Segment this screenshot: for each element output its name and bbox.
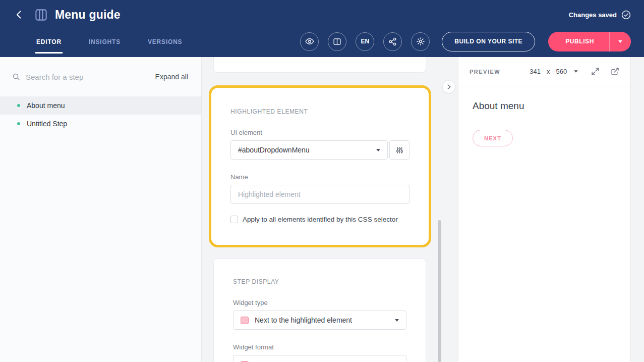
element-selector-settings-button[interactable] xyxy=(389,140,409,160)
language-button[interactable]: EN xyxy=(356,32,374,51)
eye-icon xyxy=(305,37,314,46)
preview-panel: PREVIEW 341 x 560 About menu NEXT xyxy=(458,57,631,362)
chevron-down-icon xyxy=(618,40,622,43)
changes-saved-label: Changes saved xyxy=(569,11,617,19)
preview-dimensions-dropdown[interactable]: 341 x 560 xyxy=(530,68,578,75)
topbar-actions: EN BUILD ON YOUR SITE PUBLISH xyxy=(300,32,631,51)
tab-versions[interactable]: VERSIONS xyxy=(147,33,183,54)
editor-tabs: EDITOR INSIGHTS VERSIONS xyxy=(35,29,183,54)
step-status-dot xyxy=(17,122,20,125)
highlighted-element-card: HIGHLIGHTED ELEMENT UI element #aboutDro… xyxy=(209,85,431,247)
section-title-highlighted-element: HIGHLIGHTED ELEMENT xyxy=(230,108,409,115)
widget-type-label: Widget type xyxy=(233,299,406,306)
widget-format-label: Widget format xyxy=(233,343,406,351)
section-title-step-display: STEP DISPLAY xyxy=(233,278,406,285)
name-label: Name xyxy=(230,173,409,181)
widget-type-select[interactable]: Next to the highlighted element xyxy=(233,311,406,330)
preview-height-value: 560 xyxy=(556,68,567,75)
expand-preview-button[interactable] xyxy=(591,67,600,76)
ui-element-label: UI element xyxy=(230,129,409,136)
preview-width-value: 341 xyxy=(530,68,541,75)
chevron-down-icon xyxy=(574,70,578,73)
step-item-label: About menu xyxy=(27,101,65,110)
guide-title: Menu guide xyxy=(55,8,121,22)
check-circle-icon xyxy=(621,10,631,20)
chevron-down-icon xyxy=(376,149,380,151)
publish-label: PUBLISH xyxy=(548,38,609,45)
app-logo-icon xyxy=(34,8,48,22)
tab-editor[interactable]: EDITOR xyxy=(35,33,63,54)
search-step-input[interactable] xyxy=(26,73,150,81)
preview-header-icons xyxy=(591,67,619,76)
step-display-card: STEP DISPLAY Widget type Next to the hig… xyxy=(213,258,426,362)
expand-icon xyxy=(591,67,600,76)
highlighted-element-name-input[interactable] xyxy=(230,185,409,204)
widget-type-selected-value: Next to the highlighted element xyxy=(255,316,389,324)
editor-scrollbar-thumb[interactable] xyxy=(438,220,441,362)
publish-button[interactable]: PUBLISH xyxy=(548,32,631,51)
settings-button[interactable] xyxy=(411,32,430,51)
sliders-icon xyxy=(395,146,404,154)
widget-type-icon xyxy=(241,317,249,324)
expand-all-link[interactable]: Expand all xyxy=(155,73,188,81)
search-icon xyxy=(12,73,21,81)
ui-element-selected-value: #aboutDropdownMenu xyxy=(238,146,376,154)
preview-header: PREVIEW 341 x 560 xyxy=(458,57,630,86)
changes-saved-status: Changes saved xyxy=(569,10,631,20)
share-icon xyxy=(388,37,397,46)
layout-panel-button[interactable] xyxy=(328,32,346,51)
gear-icon xyxy=(416,37,425,46)
preview-eye-button[interactable] xyxy=(300,32,319,51)
step-item-label: Untitled Step xyxy=(27,120,67,128)
chevron-right-icon xyxy=(445,83,452,90)
language-label: EN xyxy=(361,38,369,45)
topbar: Menu guide Changes saved EDITOR INSIGHTS… xyxy=(0,0,644,57)
apply-all-label: Apply to all elements identified by this… xyxy=(243,216,398,223)
preview-step-heading: About menu xyxy=(473,100,616,112)
step-item-about-menu[interactable]: About menu xyxy=(0,96,201,115)
open-in-new-tab-button[interactable] xyxy=(611,67,619,76)
build-on-your-site-button[interactable]: BUILD ON YOUR SITE xyxy=(442,32,535,51)
sidebar-search-row: Expand all xyxy=(0,57,201,96)
share-button[interactable] xyxy=(383,32,402,51)
topbar-row-1: Menu guide Changes saved xyxy=(0,0,644,29)
chevron-left-icon xyxy=(14,10,24,20)
step-item-untitled-step[interactable]: Untitled Step xyxy=(0,115,201,133)
previous-settings-card-partial xyxy=(213,57,426,73)
steps-sidebar: Expand all About menu Untitled Step xyxy=(0,57,202,362)
dimensions-separator: x xyxy=(547,68,550,75)
widget-format-select[interactable] xyxy=(233,355,406,362)
preview-title: PREVIEW xyxy=(470,69,500,75)
chevron-down-icon xyxy=(395,319,399,322)
collapse-preview-button[interactable] xyxy=(442,80,455,93)
step-status-dot xyxy=(17,104,20,107)
apply-all-checkbox[interactable] xyxy=(230,216,238,223)
topbar-row-2: EDITOR INSIGHTS VERSIONS EN xyxy=(0,29,644,54)
back-button[interactable] xyxy=(12,8,26,22)
publish-dropdown-button[interactable] xyxy=(610,32,631,51)
preview-body: About menu NEXT xyxy=(458,86,630,161)
tab-insights[interactable]: INSIGHTS xyxy=(88,33,122,54)
external-link-icon xyxy=(611,67,619,76)
ui-element-select[interactable]: #aboutDropdownMenu xyxy=(230,140,388,160)
apply-all-checkbox-row[interactable]: Apply to all elements identified by this… xyxy=(230,216,409,223)
layout-panel-icon xyxy=(333,37,341,46)
preview-next-button[interactable]: NEXT xyxy=(473,130,513,146)
